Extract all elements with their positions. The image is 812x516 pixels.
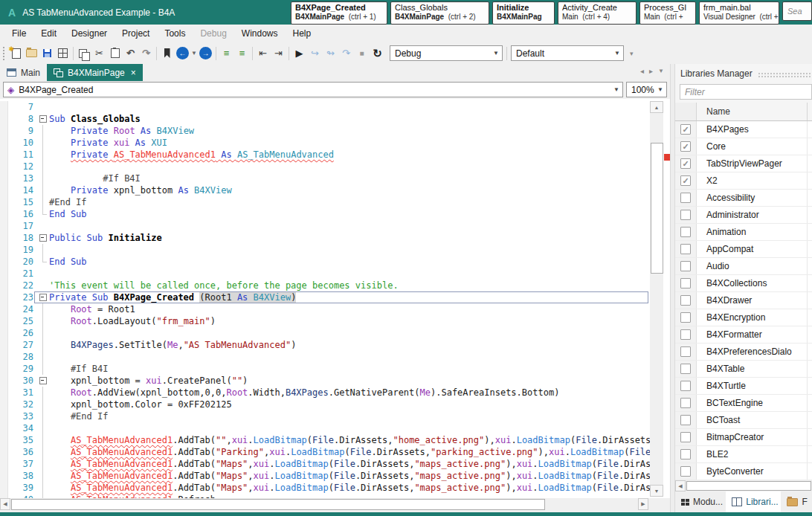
bookmark-margin[interactable] bbox=[0, 303, 8, 315]
library-row-b4xformatter[interactable]: B4XFormatter bbox=[675, 326, 812, 344]
code-line-10[interactable]: 10 Private xui As XUI bbox=[0, 137, 650, 149]
bookmark-margin[interactable] bbox=[0, 232, 8, 244]
library-row-b4xencryption[interactable]: B4XEncryption bbox=[675, 309, 812, 326]
library-checkbox[interactable]: ✓ bbox=[680, 124, 691, 135]
code-line-15[interactable]: 15#End If bbox=[0, 196, 650, 208]
close-icon[interactable]: × bbox=[131, 68, 136, 78]
step-into-icon[interactable]: ↪ bbox=[307, 45, 323, 62]
bookmark-margin[interactable] bbox=[0, 339, 8, 351]
library-checkbox[interactable] bbox=[680, 295, 691, 306]
quick-tab-initialize[interactable]: InitializeB4XMainPag bbox=[492, 1, 555, 25]
bookmark-margin[interactable] bbox=[0, 280, 8, 291]
code-line-30[interactable]: 30 xpnl_bottom = xui.CreatePanel("") bbox=[0, 375, 650, 387]
code-line-25[interactable]: 25 Root.LoadLayout("frm_main") bbox=[0, 315, 650, 327]
panel-drag-handle[interactable] bbox=[758, 72, 811, 78]
code-line-8[interactable]: 8Sub Class_Globals bbox=[0, 113, 650, 125]
toolbar-grip[interactable] bbox=[2, 46, 6, 60]
menu-edit[interactable]: Edit bbox=[33, 25, 64, 42]
navigate-back-dropdown-icon[interactable]: ▼ bbox=[190, 50, 198, 57]
code-line-17[interactable]: 17 bbox=[0, 220, 650, 232]
scroll-up-icon[interactable]: ▲ bbox=[650, 101, 663, 113]
editor-horizontal-scrollbar[interactable]: ◀ ▶ bbox=[0, 498, 648, 510]
library-checkbox[interactable] bbox=[680, 466, 691, 477]
library-row-core[interactable]: ✓Core bbox=[675, 138, 812, 155]
bookmark-margin[interactable] bbox=[0, 446, 8, 458]
library-row-b4xpreferencesdialo[interactable]: B4XPreferencesDialo bbox=[675, 344, 812, 361]
panel-horizontal-scrollbar[interactable]: ◀ bbox=[675, 480, 812, 491]
library-checkbox[interactable] bbox=[680, 312, 691, 323]
library-row-animation[interactable]: Animation bbox=[675, 224, 812, 241]
bookmark-margin[interactable] bbox=[0, 196, 8, 208]
scroll-down-icon[interactable]: ▼ bbox=[650, 485, 663, 497]
code-line-18[interactable]: 18Public Sub Initialize bbox=[0, 232, 650, 244]
bookmark-margin[interactable] bbox=[0, 256, 8, 268]
library-row-b4xtable[interactable]: B4XTable bbox=[675, 361, 812, 378]
bookmark-margin[interactable] bbox=[0, 327, 8, 339]
code-line-13[interactable]: 13 #If B4I bbox=[0, 172, 650, 184]
step-out-icon[interactable]: ↷ bbox=[338, 45, 354, 62]
quick-tab-activity_create[interactable]: Activity_CreateMain (ctrl + 4) bbox=[558, 1, 637, 25]
bookmark-margin[interactable] bbox=[0, 363, 8, 375]
restart-icon[interactable]: ↻ bbox=[370, 45, 385, 62]
library-checkbox[interactable] bbox=[680, 364, 691, 374]
outdent-icon[interactable]: ⇤ bbox=[255, 45, 271, 62]
bookmark-margin[interactable] bbox=[0, 399, 8, 410]
code-line-35[interactable]: 35 AS_TabMenuAdvanced1.AddTab("",xui.Loa… bbox=[0, 434, 650, 446]
menu-tools[interactable]: Tools bbox=[157, 25, 193, 42]
library-checkbox[interactable] bbox=[680, 261, 691, 271]
code-line-31[interactable]: 31 Root.AddView(xpnl_bottom,0,0,Root.Wid… bbox=[0, 387, 650, 399]
run-icon[interactable]: ▶ bbox=[291, 45, 307, 62]
code-line-26[interactable]: 26 bbox=[0, 327, 650, 339]
library-row-b4xturtle[interactable]: B4XTurtle bbox=[675, 378, 812, 395]
menu-designer[interactable]: Designer bbox=[64, 25, 115, 42]
editor-vertical-scrollbar[interactable]: ▲ ▼ bbox=[650, 101, 663, 497]
bookmark-margin[interactable] bbox=[0, 137, 8, 149]
bookmark-margin[interactable] bbox=[0, 268, 8, 280]
library-row-b4xdrawer[interactable]: B4XDrawer bbox=[675, 292, 812, 309]
code-line-39[interactable]: 39 AS_TabMenuAdvanced1.AddTab("Maps",xui… bbox=[0, 482, 650, 494]
code-line-34[interactable]: 34 bbox=[0, 422, 650, 434]
toolbar-overflow-icon[interactable]: ▾ bbox=[630, 50, 634, 57]
indent-icon[interactable]: ⇥ bbox=[271, 45, 286, 62]
code-line-24[interactable]: 24 Root = Root1 bbox=[0, 303, 650, 315]
comment-icon[interactable]: ≡ bbox=[219, 45, 234, 62]
library-row-tabstripviewpager[interactable]: ✓TabStripViewPager bbox=[675, 155, 812, 172]
fold-toggle-icon[interactable] bbox=[36, 375, 49, 387]
bookmark-margin[interactable] bbox=[0, 387, 8, 399]
horizontal-scroll-thumb[interactable] bbox=[11, 499, 545, 510]
tab-scroll-right-icon[interactable]: ▸ bbox=[649, 67, 653, 75]
quick-tab-frm_main.bal[interactable]: frm_main.balVisual Designer (ctrl + 6) bbox=[699, 1, 779, 25]
bookmark-margin[interactable] bbox=[0, 208, 8, 220]
bookmark-margin[interactable] bbox=[0, 113, 8, 125]
scroll-left-icon[interactable]: ◀ bbox=[675, 480, 686, 491]
fold-toggle-icon[interactable] bbox=[36, 232, 49, 244]
bookmark-margin[interactable] bbox=[0, 161, 8, 172]
library-row-accessibility[interactable]: Accessibility bbox=[675, 190, 812, 207]
tab-list-dropdown-icon[interactable]: ▼ bbox=[658, 68, 664, 74]
menu-help[interactable]: Help bbox=[286, 25, 319, 42]
library-checkbox[interactable] bbox=[680, 432, 691, 442]
step-over-icon[interactable]: ↬ bbox=[323, 45, 338, 62]
quick-tab-b4xpage_created[interactable]: B4XPage_CreatedB4XMainPage (ctrl + 1) bbox=[291, 1, 387, 25]
bookmark-margin[interactable] bbox=[0, 291, 8, 303]
navigate-forward-icon[interactable]: → bbox=[198, 45, 213, 62]
library-checkbox[interactable]: ✓ bbox=[680, 158, 691, 169]
paste-icon[interactable] bbox=[107, 45, 123, 62]
cut-icon[interactable]: ✂ bbox=[91, 45, 107, 62]
bookmark-margin[interactable] bbox=[0, 149, 8, 161]
bookmark-margin[interactable] bbox=[0, 422, 8, 434]
panel-tab-f[interactable]: F bbox=[781, 491, 812, 512]
code-line-16[interactable]: 16End Sub bbox=[0, 208, 650, 220]
filter-input[interactable]: Filter bbox=[680, 84, 812, 100]
tab-b4xmainpage[interactable]: B4XMainPage × bbox=[47, 64, 143, 81]
library-row-x2[interactable]: ✓X2 bbox=[675, 172, 812, 190]
bookmark-margin[interactable] bbox=[0, 375, 8, 387]
zoom-select[interactable]: 100% ▼ bbox=[626, 82, 667, 97]
library-row-audio[interactable]: Audio bbox=[675, 258, 812, 275]
library-row-b4xpages[interactable]: ✓B4XPages bbox=[675, 121, 812, 138]
name-column-header[interactable]: Name bbox=[697, 103, 808, 120]
undo-icon[interactable]: ↶ bbox=[123, 45, 138, 62]
code-line-22[interactable]: 22'This event will be called once, befor… bbox=[0, 280, 650, 291]
code-line-36[interactable]: 36 AS_TabMenuAdvanced1.AddTab("Parking",… bbox=[0, 446, 650, 458]
code-line-29[interactable]: 29 #If B4I bbox=[0, 363, 650, 375]
